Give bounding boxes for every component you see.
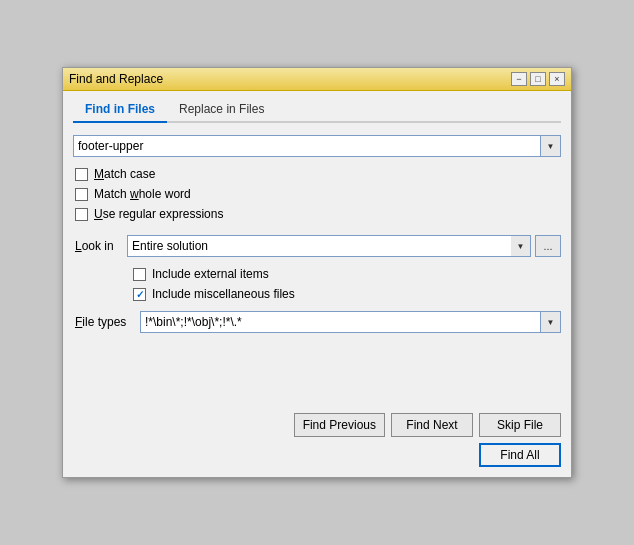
match-case-row: Match case	[75, 167, 561, 181]
file-types-dropdown-button[interactable]: ▼	[541, 311, 561, 333]
tab-find-in-files[interactable]: Find in Files	[73, 97, 167, 123]
browse-button[interactable]: ...	[535, 235, 561, 257]
file-types-label: File types	[75, 315, 140, 329]
use-regex-checkbox[interactable]	[75, 208, 88, 221]
include-misc-row: ✓ Include miscellaneous files	[133, 287, 561, 301]
use-regex-label: Use regular expressions	[94, 207, 223, 221]
spacer	[73, 333, 561, 413]
minimize-button[interactable]: −	[511, 72, 527, 86]
file-types-wrapper: ▼	[140, 311, 561, 333]
restore-button[interactable]: □	[530, 72, 546, 86]
search-row: ▼	[73, 135, 561, 157]
buttons-row-1: Find Previous Find Next Skip File	[73, 413, 561, 437]
use-regex-row: Use regular expressions	[75, 207, 561, 221]
match-whole-word-checkbox[interactable]	[75, 188, 88, 201]
file-types-row: File types ▼	[75, 311, 561, 333]
include-external-label: Include external items	[152, 267, 269, 281]
match-case-checkbox[interactable]	[75, 168, 88, 181]
tab-bar: Find in Files Replace in Files	[73, 97, 561, 123]
close-button[interactable]: ×	[549, 72, 565, 86]
match-whole-word-label: Match whole word	[94, 187, 191, 201]
look-in-row: Look in Entire solution Current project …	[75, 235, 561, 257]
include-external-checkbox[interactable]	[133, 268, 146, 281]
indented-options: Include external items ✓ Include miscell…	[131, 267, 561, 301]
look-in-label: Look in	[75, 239, 127, 253]
checkmark-icon: ✓	[136, 289, 144, 300]
look-in-select[interactable]: Entire solution Current project Current …	[127, 235, 531, 257]
title-bar-controls: − □ ×	[511, 72, 565, 86]
find-and-replace-dialog: Find and Replace − □ × Find in Files Rep…	[62, 67, 572, 478]
window-title: Find and Replace	[69, 72, 163, 86]
find-next-button[interactable]: Find Next	[391, 413, 473, 437]
search-input[interactable]	[73, 135, 541, 157]
search-dropdown-button[interactable]: ▼	[541, 135, 561, 157]
look-in-select-wrapper: Entire solution Current project Current …	[127, 235, 531, 257]
file-types-input[interactable]	[140, 311, 541, 333]
include-misc-label: Include miscellaneous files	[152, 287, 295, 301]
dialog-content: Find in Files Replace in Files ▼ Match c…	[63, 91, 571, 477]
find-all-button[interactable]: Find All	[479, 443, 561, 467]
title-bar: Find and Replace − □ ×	[63, 68, 571, 91]
include-misc-checkbox[interactable]: ✓	[133, 288, 146, 301]
match-case-label: Match case	[94, 167, 155, 181]
buttons-row-2: Find All	[73, 443, 561, 467]
tab-replace-in-files[interactable]: Replace in Files	[167, 97, 276, 123]
match-whole-word-row: Match whole word	[75, 187, 561, 201]
skip-file-button[interactable]: Skip File	[479, 413, 561, 437]
include-external-row: Include external items	[133, 267, 561, 281]
find-previous-button[interactable]: Find Previous	[294, 413, 385, 437]
